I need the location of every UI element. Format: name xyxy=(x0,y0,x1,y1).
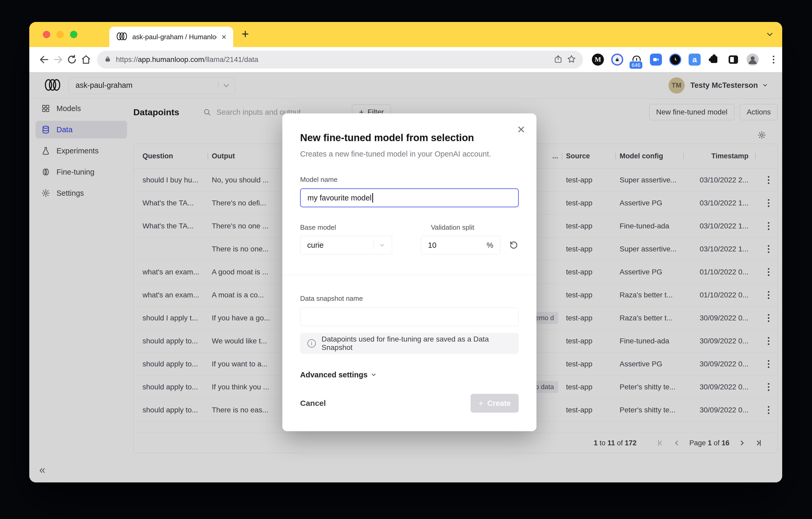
clock-extension-icon[interactable] xyxy=(669,54,681,66)
window-controls xyxy=(43,31,77,38)
window-minimize-button[interactable] xyxy=(56,31,64,38)
window-close-button[interactable] xyxy=(43,31,50,38)
modal-title: New fine-tuned model from selection xyxy=(300,132,519,144)
validation-split-label: Validation split xyxy=(431,223,519,232)
lock-icon xyxy=(104,55,112,64)
close-icon[interactable]: × xyxy=(517,123,525,136)
video-call-extension-icon[interactable] xyxy=(650,54,662,66)
browser-window: ask-paul-graham / Humanloop × + https://… xyxy=(29,22,782,482)
browser-menu-icon[interactable] xyxy=(773,56,774,63)
model-name-value: my favourite model xyxy=(308,194,372,202)
reset-icon[interactable] xyxy=(509,240,519,250)
text-caret xyxy=(372,193,373,203)
info-text: Datapoints used for fine-tuning are save… xyxy=(322,335,511,352)
base-model-select[interactable]: curie xyxy=(300,236,392,254)
tab-search-chevron-icon[interactable] xyxy=(768,31,772,36)
plus-icon: + xyxy=(478,399,484,408)
reload-icon[interactable] xyxy=(65,54,79,65)
advanced-settings-toggle[interactable]: Advanced settings xyxy=(300,371,519,379)
model-name-label: Model name xyxy=(300,176,519,184)
base-model-value: curie xyxy=(307,241,324,250)
data-snapshot-label: Data snapshot name xyxy=(300,295,519,303)
tab-title: ask-paul-graham / Humanloop xyxy=(132,33,217,41)
data-snapshot-input[interactable] xyxy=(300,307,519,326)
medium-extension-icon[interactable]: M xyxy=(592,54,604,66)
validation-split-value: 10 xyxy=(428,241,436,250)
star-icon[interactable] xyxy=(567,54,576,65)
validation-split-input[interactable]: 10 % xyxy=(421,236,500,254)
a-extension-icon[interactable]: a xyxy=(689,54,701,66)
sidebar-toggle-icon[interactable] xyxy=(727,54,739,66)
extension-icons: M 646 a xyxy=(592,54,774,66)
percent-unit: % xyxy=(487,241,493,250)
browser-tab-strip: ask-paul-graham / Humanloop × + xyxy=(29,22,782,47)
modal-subtitle: Creates a new fine-tuned model in your O… xyxy=(300,150,519,158)
back-icon[interactable] xyxy=(37,54,51,65)
info-banner: i Datapoints used for fine-tuning are sa… xyxy=(300,333,519,354)
password-manager-extension-icon[interactable] xyxy=(611,54,623,66)
tab-close-icon[interactable]: × xyxy=(222,33,226,41)
modal-divider xyxy=(282,275,536,275)
tab-counter-badge: 646 xyxy=(630,61,642,69)
cancel-button[interactable]: Cancel xyxy=(300,399,326,408)
extensions-puzzle-icon[interactable] xyxy=(708,54,720,66)
new-fine-tuned-model-modal: × New fine-tuned model from selection Cr… xyxy=(282,114,536,431)
browser-tab[interactable]: ask-paul-graham / Humanloop × xyxy=(109,27,233,47)
window-zoom-button[interactable] xyxy=(70,31,77,38)
forward-icon[interactable] xyxy=(51,54,65,65)
home-icon[interactable] xyxy=(79,54,93,65)
url-bar[interactable]: https://app.humanloop.com/llama/2141/dat… xyxy=(97,51,583,68)
model-name-input[interactable]: my favourite model xyxy=(300,188,519,207)
app-page: ask-paul-graham TM Testy McTesterson Mod… xyxy=(29,72,782,482)
base-model-label: Base model xyxy=(300,223,402,232)
browser-toolbar: https://app.humanloop.com/llama/2141/dat… xyxy=(29,47,782,72)
create-button[interactable]: + Create xyxy=(470,394,519,413)
chevron-down-icon xyxy=(372,372,376,376)
share-icon[interactable] xyxy=(554,55,562,65)
new-tab-button[interactable]: + xyxy=(241,27,249,41)
info-icon: i xyxy=(308,339,316,347)
browser-profile-avatar[interactable] xyxy=(747,54,759,66)
tab-counter-extension-icon[interactable]: 646 xyxy=(631,54,643,66)
humanloop-favicon xyxy=(116,32,127,42)
url-text: https://app.humanloop.com/llama/2141/dat… xyxy=(116,55,258,64)
chevron-down-icon xyxy=(380,242,384,246)
